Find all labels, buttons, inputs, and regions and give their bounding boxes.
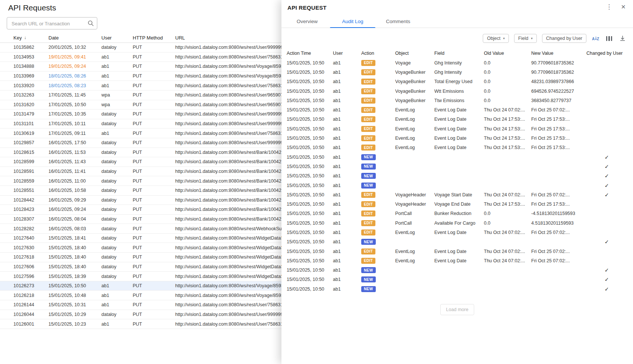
action-time-cell: 15/01/2025, 10:50	[287, 107, 333, 113]
audit-table-body: 15/01/2025, 10:50 ab1 EDIT Voyage Ghg In…	[287, 58, 627, 294]
user-cell: dataloy	[101, 254, 133, 260]
tab-audit-log[interactable]: Audit Log	[330, 15, 375, 28]
key-cell: 10127596	[13, 274, 48, 279]
http-method-cell: PUT	[133, 121, 175, 126]
changed-by-user-cell	[586, 107, 627, 113]
key-cell: 10131101	[13, 121, 48, 126]
audit-log-row: 15/01/2025, 10:50 ab1 EDIT VoyageHeader …	[287, 190, 627, 199]
user-cell: ab1	[101, 302, 133, 307]
tab-overview[interactable]: Overview	[284, 15, 330, 28]
column-header-key[interactable]: Key ↓	[13, 35, 48, 41]
download-icon[interactable]	[618, 34, 627, 42]
user-cell: dataloy	[101, 45, 133, 50]
action-cell: EDIT	[361, 60, 395, 66]
audit-log-row: 15/01/2025, 10:50 ab1 EDIT PortCall Bunk…	[287, 209, 627, 218]
object-cell: VoyageBunker	[395, 70, 434, 75]
field-filter-dropdown[interactable]: Field ▾	[514, 34, 537, 43]
http-method-cell: PUT	[133, 226, 175, 231]
action-time-cell: 15/01/2025, 10:50	[287, 258, 333, 263]
changed-by-user-cell	[586, 164, 627, 170]
user-cell: dataloy	[101, 140, 133, 145]
field-cell: Ttw Emissions	[434, 98, 484, 103]
audit-log-row: 15/01/2025, 10:50 ab1 EDIT EventLog Even…	[287, 143, 627, 152]
action-badge: NEW	[361, 183, 376, 189]
old-value-cell: 0.0	[484, 98, 531, 103]
panel-title: API REQUEST	[287, 4, 327, 11]
load-more-button[interactable]: Load more	[440, 304, 475, 315]
user-cell: dataloy	[101, 178, 133, 184]
changed-by-user-cell	[586, 135, 627, 141]
new-value-cell: -4.518130201159593	[531, 211, 586, 216]
changed-check-icon	[605, 183, 609, 189]
audit-log-row: 15/01/2025, 10:50 ab1 EDIT EventLog Even…	[287, 256, 627, 265]
key-cell: 10128551	[13, 188, 48, 193]
action-badge: EDIT	[361, 107, 375, 113]
date-cell: 19/01/2025, 09:41	[48, 54, 101, 60]
close-icon[interactable]: ×	[621, 3, 626, 10]
user-cell: ab1	[101, 283, 133, 288]
http-method-cell: PUT	[133, 140, 175, 145]
user-cell: ab1	[333, 107, 361, 113]
audit-log-row: 15/01/2025, 10:50 ab1 EDIT EventLog Even…	[287, 105, 627, 114]
changed-by-user-cell	[586, 173, 627, 179]
key-cell: 10131620	[13, 102, 48, 107]
user-cell: dataloy	[101, 312, 133, 317]
action-cell: EDIT	[361, 258, 395, 264]
date-cell: 16/01/2025, 08:04	[48, 216, 101, 222]
action-cell: EDIT	[361, 249, 395, 254]
sort-alpha-icon[interactable]: AZ	[592, 34, 600, 42]
action-badge: NEW	[361, 276, 376, 282]
action-badge: EDIT	[361, 230, 375, 235]
field-cell: Voyage End Date	[434, 202, 484, 207]
action-cell: EDIT	[361, 69, 395, 75]
old-value-cell: 0.0	[484, 79, 531, 84]
http-method-cell: PUT	[133, 64, 175, 69]
changed-by-user-cell	[586, 145, 627, 151]
changed-by-user-filter-button[interactable]: Changed by User	[542, 34, 586, 43]
action-badge: EDIT	[361, 69, 375, 75]
column-header-user[interactable]: User	[101, 35, 133, 41]
action-badge: NEW	[361, 164, 376, 170]
object-cell: EventLog	[395, 117, 434, 122]
column-header-date[interactable]: Date	[48, 35, 101, 41]
object-cell: VoyageHeader	[395, 192, 434, 197]
kebab-menu-icon[interactable]: ⋮	[606, 4, 612, 10]
user-cell: ab1	[333, 89, 361, 94]
http-method-cell: PUT	[133, 207, 175, 212]
user-cell: ab1	[333, 249, 361, 254]
search-icon	[88, 20, 94, 28]
old-value-cell: 0.0	[484, 211, 531, 216]
http-method-cell: PUT	[133, 254, 175, 260]
search-box[interactable]	[7, 17, 97, 29]
object-filter-dropdown[interactable]: Object ▾	[483, 34, 509, 43]
object-cell: PortCall	[395, 221, 434, 226]
tab-comments[interactable]: Comments	[375, 15, 421, 28]
new-value-cell: Fri Oct 25 07:02:...	[531, 258, 586, 263]
action-cell: EDIT	[361, 126, 395, 132]
action-time-cell: 15/01/2025, 10:50	[287, 60, 333, 66]
user-cell: ab1	[101, 83, 133, 88]
user-cell: ab1	[333, 117, 361, 122]
user-cell: ab1	[333, 155, 361, 160]
new-value-cell: Fri Oct 25 17:53:...	[531, 202, 586, 207]
user-cell: ab1	[101, 73, 133, 79]
key-cell: 10128307	[13, 216, 48, 222]
search-input[interactable]	[11, 18, 86, 29]
user-cell: ab1	[333, 239, 361, 244]
date-cell: 15/01/2025, 10:29	[48, 312, 101, 317]
user-cell: ab1	[333, 221, 361, 226]
old-value-cell: Thu Oct 24 07:02:...	[484, 258, 531, 263]
changed-check-icon	[605, 174, 609, 179]
key-cell: 10127606	[13, 264, 48, 269]
object-cell: VoyageHeader	[395, 202, 434, 207]
user-cell: ab1	[333, 136, 361, 141]
audit-log-row: 15/01/2025, 10:50 ab1 EDIT VoyageBunker …	[287, 67, 627, 77]
column-header-http-method[interactable]: HTTP Method	[133, 35, 175, 41]
changed-check-icon	[605, 193, 609, 198]
action-time-cell: 15/01/2025, 10:50	[287, 70, 333, 75]
audit-log-row: 15/01/2025, 10:50 ab1 EDIT VoyageHeader …	[287, 199, 627, 209]
date-cell: 16/01/2025, 10:58	[48, 188, 101, 193]
object-cell: EventLog	[395, 258, 434, 263]
columns-icon[interactable]	[605, 34, 613, 42]
user-cell: ab1	[101, 54, 133, 60]
